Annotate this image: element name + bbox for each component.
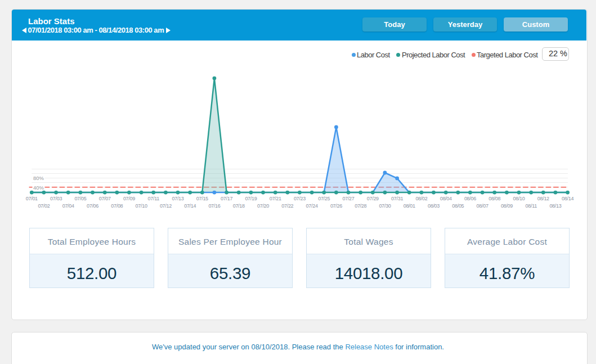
svg-text:08/10: 08/10 (513, 196, 525, 201)
svg-text:07/24: 07/24 (306, 203, 318, 209)
svg-text:07/17: 07/17 (221, 196, 232, 201)
svg-text:07/19: 07/19 (245, 196, 257, 201)
svg-text:07/22: 07/22 (281, 203, 293, 209)
svg-text:07/01: 07/01 (26, 196, 38, 201)
svg-text:07/11: 07/11 (148, 196, 160, 201)
svg-text:08/02: 08/02 (415, 196, 427, 201)
svg-text:07/18: 07/18 (233, 203, 245, 209)
svg-text:07/13: 07/13 (172, 196, 183, 201)
svg-text:08/08: 08/08 (489, 196, 500, 201)
svg-text:07/28: 07/28 (355, 203, 366, 209)
svg-text:80%: 80% (33, 175, 44, 181)
svg-text:07/29: 07/29 (367, 196, 379, 201)
svg-text:07/09: 07/09 (123, 196, 135, 201)
svg-text:08/09: 08/09 (501, 203, 513, 209)
svg-text:08/12: 08/12 (537, 196, 549, 201)
svg-text:07/14: 07/14 (184, 203, 196, 209)
svg-text:40%: 40% (33, 185, 44, 191)
svg-text:08/04: 08/04 (440, 196, 452, 201)
svg-text:07/20: 07/20 (257, 203, 269, 209)
svg-text:07/16: 07/16 (208, 203, 220, 209)
svg-text:07/31: 07/31 (391, 196, 403, 201)
svg-text:08/11: 08/11 (526, 203, 537, 209)
svg-text:08/06: 08/06 (464, 196, 476, 201)
svg-text:07/21: 07/21 (270, 196, 281, 201)
svg-text:07/30: 07/30 (379, 203, 391, 209)
svg-text:07/23: 07/23 (294, 196, 306, 201)
svg-text:08/13: 08/13 (549, 203, 561, 209)
svg-text:07/06: 07/06 (87, 203, 98, 209)
svg-text:07/12: 07/12 (160, 203, 172, 209)
svg-text:07/08: 07/08 (111, 203, 123, 209)
svg-text:08/01: 08/01 (404, 203, 415, 209)
svg-text:08/03: 08/03 (428, 203, 440, 209)
svg-text:07/07: 07/07 (99, 196, 111, 201)
svg-text:07/04: 07/04 (62, 203, 74, 209)
svg-text:07/05: 07/05 (74, 196, 86, 201)
svg-text:07/10: 07/10 (136, 203, 147, 209)
svg-text:08/14: 08/14 (562, 196, 573, 201)
svg-text:08/05: 08/05 (452, 203, 464, 209)
svg-text:08/07: 08/07 (477, 203, 489, 209)
svg-text:07/26: 07/26 (330, 203, 342, 209)
svg-text:07/03: 07/03 (50, 196, 62, 201)
svg-text:07/27: 07/27 (342, 196, 354, 201)
svg-text:07/15: 07/15 (196, 196, 208, 201)
svg-text:07/02: 07/02 (38, 203, 50, 209)
svg-text:07/25: 07/25 (318, 196, 330, 201)
